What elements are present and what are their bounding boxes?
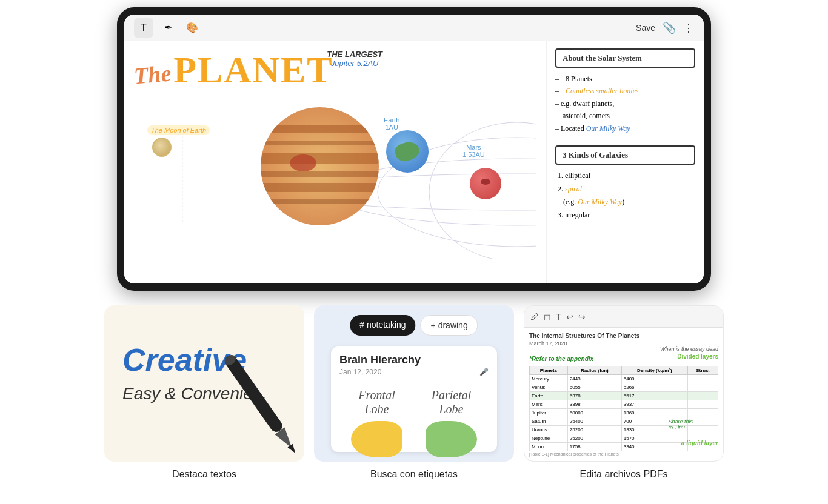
table-row: Jupiter600001360: [530, 409, 718, 417]
svg-rect-7: [261, 153, 379, 164]
mars-planet: [470, 168, 501, 199]
pdf-share-annotation: Share thisto Tim!: [668, 419, 693, 431]
title-planet: PLANET: [173, 48, 333, 91]
solar-system-diagram: The Moon of Earth Mercury 0.39AU Venus 0…: [134, 89, 536, 259]
note-main-area: The PLANET THE LARGEST Jupiter 5.2AU: [124, 41, 546, 284]
largest-box: THE LARGEST Jupiter 5.2AU: [327, 50, 382, 68]
pdf-content: The Internal Structures Of The Planets M…: [524, 328, 723, 461]
brain-hierarchy-date: Jan 12, 2020 🎤: [339, 368, 489, 376]
largest-value: Jupiter 5.2AU: [327, 59, 382, 68]
table-row: Venus60555266: [530, 383, 718, 392]
pdf-col-structure: Struc.: [687, 366, 718, 375]
card-creative-visual: Creative Easy & Convenie...: [104, 305, 304, 462]
pdf-select-icon[interactable]: ◻: [544, 312, 551, 322]
stylus-icon: [207, 334, 304, 462]
pdf-col-density: Density (kg/m³): [621, 366, 687, 375]
brain-hierarchy-title: Brain Hierarchy: [339, 354, 489, 366]
card-notetaking-visual: # notetaking + drawing Brain Hierarchy J…: [314, 305, 514, 462]
card-pdf-visual: 🖊 ◻ T ↩ ↪ The Internal Structures Of The…: [524, 305, 724, 462]
paint-icon: 🎨: [186, 22, 198, 33]
tablet-screen: T ✒ 🎨 Save 📎 ⋮ The PLANET: [124, 15, 704, 284]
largest-label: THE LARGEST: [327, 50, 382, 59]
note-item-location: – Located Our Milky Way: [555, 122, 695, 134]
card-pdf: 🖊 ◻ T ↩ ↪ The Internal Structures Of The…: [524, 305, 724, 480]
svg-point-11: [290, 154, 316, 171]
tag-notetaking[interactable]: # notetaking: [350, 315, 415, 336]
pdf-footnote: [Table 1-1] Mechanical properties of the…: [529, 452, 620, 456]
card-creative-label: Destaca textos: [172, 469, 236, 480]
jupiter-planet: [261, 107, 379, 225]
mic-icon: 🎤: [479, 368, 489, 376]
tag-drawing[interactable]: + drawing: [421, 315, 478, 336]
parietal-shape: [426, 421, 477, 457]
svg-rect-10: [261, 199, 379, 204]
pdf-col-radius: Radius (km): [567, 366, 621, 375]
table-row: Mercury24435400: [530, 375, 718, 383]
galaxies-box: 3 Kinds of Galaxies: [555, 145, 695, 165]
svg-rect-9: [261, 183, 379, 192]
mars-label: Mars 1.53AU: [462, 144, 485, 158]
note-content-area: The PLANET THE LARGEST Jupiter 5.2AU: [124, 41, 704, 284]
tablet-device: T ✒ 🎨 Save 📎 ⋮ The PLANET: [117, 7, 711, 291]
parietal-lobe: ParietalLobe: [426, 388, 477, 457]
solar-system-box: About the Solar System: [555, 48, 695, 68]
note-item-planets: – 8 Planets: [555, 73, 695, 85]
tablet-toolbar: T ✒ 🎨 Save 📎 ⋮: [124, 15, 704, 41]
pdf-redo-icon[interactable]: ↪: [578, 312, 586, 322]
attach-icon[interactable]: 📎: [663, 21, 676, 35]
pdf-highlight-icon[interactable]: 🖊: [530, 312, 539, 322]
earth-planet: [386, 130, 429, 173]
solar-system-notes: – 8 Planets – Countless smaller bodies –…: [555, 73, 695, 134]
card-notetaking: # notetaking + drawing Brain Hierarchy J…: [314, 305, 514, 480]
text-icon: T: [141, 22, 147, 33]
brain-diagram: FrontalLobe ParietalLobe: [339, 383, 489, 457]
pdf-col-planets: Planets: [530, 366, 568, 375]
galaxy-item-2: 2. spiral: [558, 183, 695, 196]
text-tool-icon[interactable]: T: [134, 18, 153, 38]
earth-label: Earth 1AU: [384, 116, 399, 131]
pdf-annotation-divided: Divided layers: [677, 353, 718, 360]
svg-rect-12: [222, 353, 284, 434]
frontal-lobe: FrontalLobe: [351, 388, 402, 457]
table-row: Mars33983937: [530, 400, 718, 409]
galaxies-list: 1. elliptical 2. spiral (e.g. Our Milky …: [555, 170, 695, 222]
note-sidebar: About the Solar System – 8 Planets – Cou…: [546, 41, 704, 284]
color-tool-icon[interactable]: 🎨: [182, 18, 202, 38]
pdf-undo-icon[interactable]: ↩: [566, 312, 573, 322]
pdf-table: Planets Radius (km) Density (kg/m³) Stru…: [529, 366, 718, 451]
frontal-shape: [351, 421, 402, 457]
moon-planet: [152, 138, 172, 157]
card-creative: Creative Easy & Convenie... Destaca text…: [104, 305, 304, 480]
note-item-bodies: – Countless smaller bodies: [555, 85, 695, 97]
svg-rect-8: [261, 171, 379, 177]
pdf-toolbar: 🖊 ◻ T ↩ ↪: [524, 306, 723, 328]
pdf-annotation-appendix: *Refer to the appendix: [529, 356, 593, 362]
mars-spot: [481, 179, 490, 185]
moon-label: The Moon of Earth: [147, 125, 210, 135]
pdf-question: When is the essay dead: [660, 346, 718, 352]
galaxy-item-3: 3. irregular: [558, 209, 695, 222]
cards-section: Creative Easy & Convenie... Destaca text…: [0, 296, 828, 489]
galaxy-item-1: 1. elliptical: [558, 170, 695, 183]
galaxy-item-2b: (e.g. Our Milky Way): [558, 196, 695, 209]
note-item-dwarf: – e.g. dwarf planets, asteroid, comets: [555, 98, 695, 122]
more-options-icon[interactable]: ⋮: [683, 21, 694, 35]
svg-rect-6: [261, 141, 379, 145]
notetaking-tags: # notetaking + drawing: [350, 315, 478, 336]
card-notetaking-label: Busca con etiquetas: [370, 469, 458, 480]
card-pdf-label: Edita archivos PDFs: [580, 469, 668, 480]
pen-tool-icon[interactable]: ✒: [158, 18, 178, 38]
svg-rect-5: [261, 125, 379, 133]
title-the: The: [133, 59, 172, 89]
notetaking-inner-card: Brain Hierarchy Jan 12, 2020 🎤 FrontalLo…: [331, 346, 497, 452]
earth-continent: [393, 139, 422, 164]
pdf-liquid-annotation: a liquid layer: [681, 440, 718, 446]
jupiter-bands-svg: [261, 107, 379, 225]
save-button[interactable]: Save: [636, 23, 655, 33]
pen-icon: ✒: [164, 22, 172, 33]
table-row-earth: Earth63785517: [530, 392, 718, 400]
pdf-text-icon[interactable]: T: [556, 312, 561, 322]
pdf-document-title: The Internal Structures Of The Planets: [529, 333, 718, 339]
